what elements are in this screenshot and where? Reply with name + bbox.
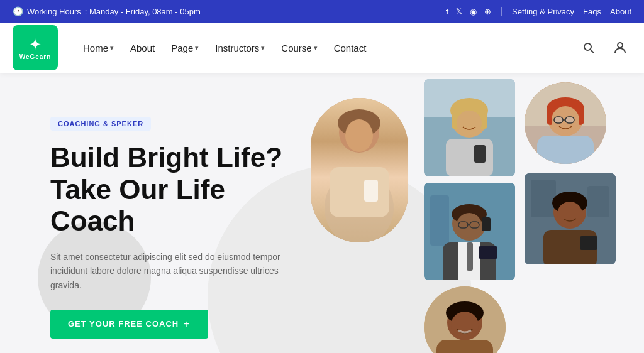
hero-images: [292, 73, 644, 353]
clock-icon: 🕐: [13, 6, 23, 16]
top-bar-right: f 𝕏 ◉ ⊕ Setting & Privacy Faqs About: [446, 7, 631, 16]
working-hours-section: 🕐 Working Hours : Manday - Friday, 08am …: [13, 6, 201, 16]
nav-instructors-chevron: ▾: [261, 44, 265, 52]
hero-title-line2: Take Our Life: [50, 174, 225, 205]
nav-page[interactable]: Page ▾: [165, 38, 205, 58]
hero-cta-button[interactable]: GET YOUR FREE COACH +: [50, 310, 208, 339]
svg-rect-57: [436, 340, 493, 353]
svg-rect-34: [537, 136, 594, 164]
nav-course[interactable]: Course ▾: [275, 38, 323, 58]
hero-image-man-phone: [424, 183, 515, 280]
hero-image-redhead-woman: [525, 82, 606, 164]
nav-course-label: Course: [281, 43, 311, 53]
hero-section: COACHING & SPEKER Build Bright Life? Tak…: [0, 73, 644, 353]
svg-rect-17: [474, 145, 486, 163]
instagram-icon[interactable]: ◉: [470, 7, 477, 16]
hero-title-line3: Coach: [50, 205, 135, 236]
pinterest-icon[interactable]: ⊕: [484, 7, 491, 16]
plus-icon: +: [184, 318, 190, 330]
nav-home-chevron: ▾: [110, 44, 114, 52]
nav-instructors[interactable]: Instructors ▾: [209, 38, 271, 58]
svg-rect-45: [531, 180, 556, 217]
svg-point-2: [618, 43, 623, 48]
nav-instructors-label: Instructors: [215, 43, 259, 53]
hero-cta-label: GET YOUR FREE COACH: [68, 319, 179, 329]
svg-point-65: [451, 312, 479, 339]
twitter-icon[interactable]: 𝕏: [456, 7, 462, 16]
logo[interactable]: ✦ WeGearn: [13, 25, 58, 70]
nav-home[interactable]: Home ▾: [77, 38, 120, 58]
svg-rect-46: [587, 186, 609, 217]
top-links: Setting & Privacy Faqs About: [512, 7, 631, 16]
svg-point-16: [457, 111, 482, 136]
top-bar: 🕐 Working Hours : Manday - Friday, 08am …: [0, 0, 644, 23]
svg-point-26: [457, 213, 482, 238]
svg-rect-20: [430, 195, 449, 246]
social-icons: f 𝕏 ◉ ⊕: [446, 7, 491, 16]
hero-image-curly-man: [424, 286, 506, 353]
svg-rect-8: [364, 180, 378, 202]
svg-rect-11: [446, 139, 493, 176]
nav-home-label: Home: [83, 43, 108, 53]
faqs-link[interactable]: Faqs: [583, 7, 601, 16]
nav-about-label: About: [130, 43, 155, 53]
nav-about[interactable]: About: [124, 38, 161, 58]
header: ✦ WeGearn Home ▾ About Page ▾ Instructor…: [0, 23, 644, 73]
about-link[interactable]: About: [610, 7, 631, 16]
svg-point-53: [557, 202, 582, 227]
svg-rect-7: [330, 167, 389, 217]
svg-line-1: [591, 50, 594, 53]
hero-image-oval-person: [311, 98, 408, 242]
svg-rect-30: [482, 217, 491, 231]
settings-privacy-link[interactable]: Setting & Privacy: [512, 7, 574, 16]
divider: [501, 7, 502, 16]
nav-contact-label: Contact: [334, 43, 367, 53]
hero-description: Sit amet consectetur adipiscing elit sed…: [50, 250, 283, 292]
nav-page-label: Page: [171, 43, 193, 53]
svg-rect-23: [467, 242, 473, 271]
main-nav: Home ▾ About Page ▾ Instructors ▾ Course…: [77, 38, 577, 58]
hero-image-woman-blonde: [424, 79, 515, 176]
hero-image-young-man: [525, 173, 616, 264]
working-hours-label: Working Hours: [27, 7, 81, 16]
svg-rect-40: [554, 117, 563, 123]
working-hours-value: : Manday - Friday, 08am - 05pm: [85, 7, 201, 16]
svg-rect-54: [580, 236, 597, 250]
nav-actions: [577, 36, 631, 59]
hero-title-line1: Build Bright Life?: [50, 142, 282, 173]
search-button[interactable]: [577, 36, 600, 59]
user-account-button[interactable]: [609, 36, 631, 59]
svg-rect-31: [479, 246, 497, 259]
nav-contact[interactable]: Contact: [328, 38, 373, 58]
facebook-icon[interactable]: f: [446, 7, 448, 16]
nav-page-chevron: ▾: [195, 44, 199, 52]
hero-title: Build Bright Life? Take Our Life Coach: [50, 142, 327, 237]
svg-rect-41: [565, 117, 574, 123]
logo-icon: ✦: [29, 36, 42, 53]
nav-course-chevron: ▾: [314, 44, 318, 52]
svg-point-6: [345, 119, 373, 152]
hero-content: COACHING & SPEKER Build Bright Life? Tak…: [50, 104, 327, 339]
logo-text: WeGearn: [19, 53, 52, 60]
hero-tag: COACHING & SPEKER: [50, 117, 151, 131]
